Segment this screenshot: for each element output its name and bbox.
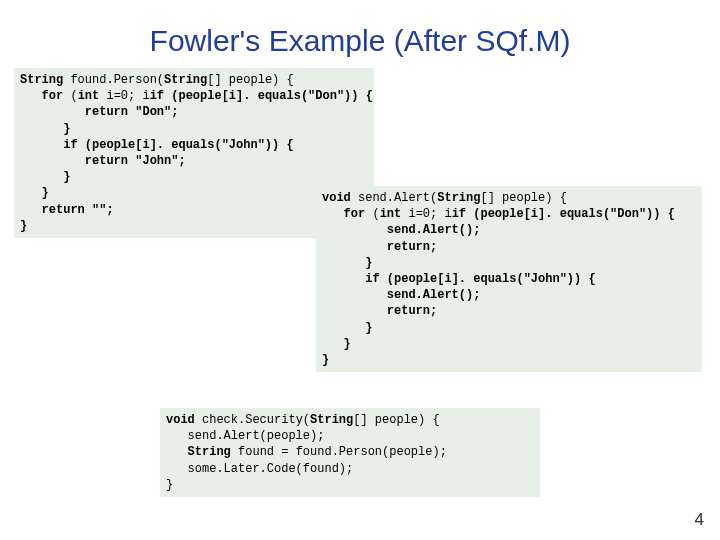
code-block-check-security: void check.Security(String[] people) { s… bbox=[160, 408, 540, 497]
page-number: 4 bbox=[695, 510, 704, 530]
code-block-send-alert: void send.Alert(String[] people) { for (… bbox=[316, 186, 702, 372]
slide-title: Fowler's Example (After SQf.M) bbox=[0, 0, 720, 58]
